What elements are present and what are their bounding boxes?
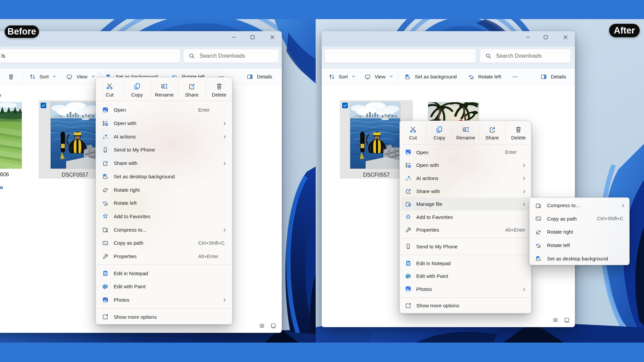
toolbar-set-as-background[interactable]: Set as background	[404, 69, 457, 84]
menu-item-edit-with-paint[interactable]: Edit with Paint	[96, 280, 232, 293]
menu-item-send-to-my-phone[interactable]: Send to My Phone	[400, 240, 531, 253]
menu-item-label: Open with	[114, 120, 137, 126]
before-badge: Before	[5, 25, 39, 38]
menu-item-photos[interactable]: Photos	[400, 283, 531, 296]
close-button[interactable]	[265, 31, 280, 43]
rename-icon	[160, 82, 168, 90]
menu-item-open-with[interactable]: Open with	[96, 117, 232, 130]
menu-item-share-with[interactable]: Share with	[400, 185, 531, 198]
chevron-right-icon	[522, 287, 526, 293]
menu-item-label: Rotate right	[547, 229, 573, 235]
quick-actions-separator	[151, 80, 151, 98]
menu-item-open[interactable]: OpenEnter	[400, 146, 531, 159]
menu-item-edit-in-notepad[interactable]: Edit in Notepad	[96, 266, 232, 280]
menu-item-rotate-left[interactable]: Rotate left	[530, 239, 629, 252]
menu-item-share-with[interactable]: Share with	[96, 157, 232, 170]
toolbar-details[interactable]: Details	[540, 69, 566, 84]
menu-item-properties[interactable]: PropertiesAlt+Enter	[400, 224, 531, 237]
details-view-icon[interactable]	[259, 322, 265, 329]
menu-item-open[interactable]: OpenEnter	[96, 103, 232, 117]
menu-item-label: Send to My Phone	[114, 147, 155, 153]
sort-icon	[328, 73, 335, 80]
toolbar-more-button[interactable]	[512, 69, 519, 84]
menu-item-label: Open	[416, 149, 429, 155]
show-more-icon	[102, 313, 109, 320]
maximize-button[interactable]	[245, 31, 260, 43]
chevron-right-icon	[222, 228, 227, 234]
menu-item-label: Show more options	[416, 303, 459, 308]
menu-item-label: Share with	[416, 188, 440, 194]
chevron-down-icon	[389, 74, 393, 79]
toolbar-view[interactable]: View	[66, 69, 95, 84]
toolbar-sort[interactable]: Sort	[29, 69, 57, 84]
toolbar-label: View	[375, 74, 385, 79]
address-bar[interactable]: ls	[0, 49, 180, 63]
address-bar[interactable]	[324, 49, 476, 63]
show-more-icon	[405, 302, 412, 309]
menu-separator	[96, 101, 232, 101]
menu-item-photos[interactable]: Photos	[96, 293, 232, 307]
minimize-button[interactable]	[226, 31, 241, 43]
phone-icon	[102, 146, 109, 153]
maximize-button[interactable]	[538, 31, 553, 43]
file-name-fragment: 606	[0, 172, 9, 178]
menu-item-show-more-options[interactable]: Show more options	[400, 299, 531, 312]
menu-item-copy-as-path[interactable]: Copy as pathCtrl+Shift+C	[530, 212, 629, 226]
close-button[interactable]	[558, 31, 573, 43]
toolbar-details[interactable]: Details	[247, 69, 272, 84]
context-menu-before: CutCopyRenameShareDeleteOpenEnterOpen wi…	[96, 77, 232, 324]
menu-item-set-as-desktop-background[interactable]: Set as desktop background	[530, 252, 629, 265]
menu-item-ai-actions[interactable]: AI actions	[400, 172, 531, 185]
quick-action-label: Delete	[505, 135, 532, 140]
menu-item-compress-to[interactable]: Compress to...	[530, 199, 629, 212]
photos-app-icon	[102, 107, 109, 113]
details-view-icon[interactable]	[552, 317, 559, 323]
toolbar-view[interactable]: View	[364, 69, 393, 84]
menu-item-add-to-favorites[interactable]: Add to Favorites	[400, 210, 531, 224]
menu-item-label: Open	[114, 107, 126, 113]
menu-item-label: Edit with Paint	[114, 284, 146, 289]
maximize-icon	[542, 34, 549, 41]
menu-item-edit-in-notepad[interactable]: Edit in Notepad	[400, 257, 531, 270]
thumbnail-view-icon[interactable]	[564, 317, 570, 323]
menu-item-set-as-desktop-background[interactable]: Set as desktop background	[96, 170, 232, 183]
menu-item-rotate-right[interactable]: Rotate right	[96, 183, 232, 196]
rotate-left-icon	[468, 73, 475, 80]
ai-sparkles-icon	[102, 133, 109, 140]
menu-item-edit-with-paint[interactable]: Edit with Paint	[400, 269, 531, 283]
toolbar-trash-button[interactable]	[8, 69, 14, 84]
search-box[interactable]: Search Downloads	[480, 49, 571, 63]
search-box[interactable]: Search Downloads	[183, 49, 279, 63]
toolbar-label: View	[76, 74, 87, 79]
menu-item-add-to-favorites[interactable]: Add to Favorites	[96, 210, 232, 223]
menu-item-rotate-left[interactable]: Rotate left	[96, 196, 232, 210]
menu-item-copy-as-path[interactable]: Copy as pathCtrl+Shift+C	[96, 236, 232, 250]
copy-icon	[133, 82, 141, 90]
set-background-icon	[404, 73, 411, 80]
menu-item-shortcut: Alt+Enter	[505, 227, 525, 233]
menu-item-send-to-my-phone[interactable]: Send to My Phone	[96, 143, 232, 157]
toolbar-rotate-left[interactable]: Rotate left	[468, 69, 501, 84]
menu-item-compress-to[interactable]: Compress to...	[96, 223, 232, 236]
paint-app-icon	[405, 273, 412, 280]
selection-checkbox[interactable]	[41, 103, 46, 108]
menu-item-label: Send to My Phone	[416, 244, 458, 249]
selection-checkbox[interactable]	[342, 103, 348, 108]
thumbnail-view-icon[interactable]	[270, 322, 277, 329]
titlebar[interactable]	[322, 31, 575, 47]
menu-item-show-more-options[interactable]: Show more options	[96, 310, 232, 324]
toolbar-sort[interactable]: Sort	[328, 69, 356, 84]
menu-item-ai-actions[interactable]: AI actions	[96, 130, 232, 143]
menu-item-manage-file[interactable]: Manage file	[400, 197, 531, 210]
menu-item-properties[interactable]: PropertiesAlt+Enter	[96, 250, 232, 263]
menu-item-rotate-right[interactable]: Rotate right	[530, 225, 629, 239]
quick-actions-separator	[505, 124, 505, 141]
minimize-button[interactable]	[520, 31, 536, 43]
menu-item-label: AI actions	[416, 175, 438, 181]
menu-item-open-with[interactable]: Open with	[400, 159, 531, 172]
file-thumbnail-cut[interactable]	[0, 102, 22, 169]
share-icon	[102, 160, 109, 167]
copy-path-icon	[535, 215, 542, 222]
zip-folder-icon	[535, 202, 542, 209]
toolbar-label: Sort	[339, 74, 348, 79]
